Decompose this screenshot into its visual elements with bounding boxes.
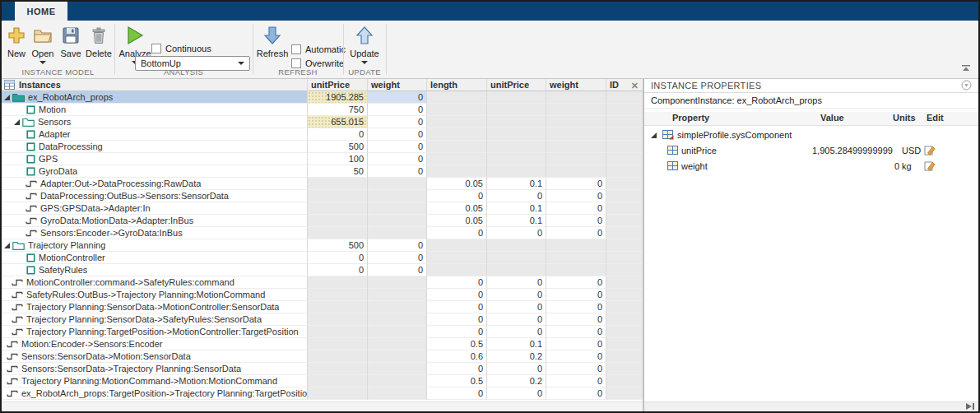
skip-end-icon[interactable] bbox=[965, 402, 975, 412]
update-button[interactable]: Update bbox=[346, 24, 383, 64]
collapse-circle-icon[interactable] bbox=[961, 80, 972, 92]
cell-weight[interactable]: 0 bbox=[368, 165, 427, 178]
cell-weight2[interactable]: 0 bbox=[546, 215, 606, 227]
expand-toggle-icon[interactable] bbox=[14, 116, 20, 128]
tree-row[interactable]: SafetyRules:OutBus->Trajectory Planning:… bbox=[2, 289, 643, 301]
cell-unitprice2[interactable]: 0 bbox=[487, 326, 546, 338]
cell-weight[interactable]: 0 bbox=[368, 252, 427, 264]
cell-unitprice2[interactable]: 0 bbox=[487, 301, 546, 313]
cell-unitprice[interactable]: 0 bbox=[308, 128, 368, 141]
cell-weight2[interactable]: 0 bbox=[546, 350, 606, 363]
tree-row[interactable]: Sensors:Encoder->GyroData:InBus000 bbox=[2, 227, 643, 239]
tree-row[interactable]: SafetyRules00 bbox=[2, 264, 643, 276]
cell-weight[interactable]: 0 bbox=[368, 153, 427, 165]
ribbon-collapse-icon[interactable] bbox=[960, 61, 972, 76]
cell-unitprice[interactable]: 0 bbox=[308, 264, 368, 276]
cell-unitprice[interactable]: 100 bbox=[308, 153, 368, 165]
tree-row[interactable]: Trajectory Planning5000 bbox=[2, 239, 643, 252]
tree-row[interactable]: Trajectory Planning:MotionCommand->Motio… bbox=[2, 375, 643, 387]
expand-toggle-icon[interactable] bbox=[651, 130, 657, 140]
cell-weight2[interactable]: 0 bbox=[546, 202, 606, 215]
tree-row[interactable]: Trajectory Planning:TargetPosition->Moti… bbox=[2, 326, 643, 338]
tree-row[interactable]: Adapter:Out->DataProcessing:RawData0.050… bbox=[2, 178, 643, 190]
close-icon[interactable]: ✕ bbox=[631, 80, 639, 91]
tree-row[interactable]: GPS:GPSData->Adapter:In0.050.10 bbox=[2, 202, 643, 215]
cell-weight2[interactable]: 0 bbox=[546, 375, 606, 387]
cell-unitprice2[interactable]: 0 bbox=[487, 313, 546, 326]
expand-toggle-icon[interactable] bbox=[4, 239, 10, 251]
cell-unitprice2[interactable]: 0 bbox=[487, 289, 546, 301]
tree-row[interactable]: ex_RobotArch_props1905.2850 bbox=[2, 91, 643, 104]
grid-hscrollbar-track[interactable] bbox=[2, 401, 643, 411]
cell-unitprice[interactable]: 50 bbox=[308, 165, 368, 178]
automatic-checkbox[interactable]: Automatic bbox=[291, 44, 346, 54]
delete-button[interactable]: Delete bbox=[85, 24, 113, 58]
property-value[interactable]: 1,905.28499999999 bbox=[812, 146, 899, 155]
edit-icon[interactable] bbox=[924, 145, 936, 157]
profile-row[interactable]: simpleProfile.sysComponent bbox=[644, 127, 978, 142]
property-row[interactable]: unitPrice1,905.28499999999USD bbox=[644, 142, 978, 158]
cell-length[interactable]: 0.05 bbox=[427, 202, 487, 215]
cell-length[interactable]: 0 bbox=[427, 326, 487, 338]
cell-length[interactable]: 0.05 bbox=[427, 178, 487, 190]
tab-home[interactable]: HOME bbox=[15, 2, 67, 21]
cell-length[interactable]: 0 bbox=[427, 301, 487, 313]
cell-weight[interactable]: 0 bbox=[368, 116, 427, 128]
cell-unitprice[interactable]: 0 bbox=[308, 252, 368, 264]
cell-weight2[interactable]: 0 bbox=[546, 190, 606, 202]
cell-unitprice2[interactable]: 0 bbox=[487, 276, 546, 289]
cell-weight[interactable]: 0 bbox=[368, 104, 427, 116]
property-row[interactable]: weight0kg bbox=[644, 158, 978, 174]
tree-row[interactable]: Motion:Encoder->Sensors:Encoder0.50.10 bbox=[2, 338, 643, 350]
cell-unitprice2[interactable]: 0.1 bbox=[487, 215, 546, 227]
new-button[interactable]: New bbox=[5, 24, 28, 58]
column-header-unitprice[interactable]: unitPrice bbox=[308, 79, 368, 90]
cell-weight[interactable]: 0 bbox=[368, 128, 427, 141]
tree-row[interactable]: ex_RobotArch_props:TargetPosition->Traje… bbox=[2, 387, 643, 400]
cell-unitprice2[interactable]: 0.2 bbox=[487, 350, 546, 363]
cell-unitprice2[interactable]: 0 bbox=[487, 190, 546, 202]
tree-row[interactable]: Trajectory Planning:SensorData->SafetyRu… bbox=[2, 313, 643, 326]
tree-row[interactable]: GyroData:MotionData->Adapter:InBus0.050.… bbox=[2, 215, 643, 227]
cell-length[interactable]: 0 bbox=[427, 276, 487, 289]
cell-unitprice2[interactable]: 0 bbox=[487, 387, 546, 400]
column-header-length[interactable]: length bbox=[427, 79, 487, 90]
cell-weight2[interactable]: 0 bbox=[546, 289, 606, 301]
cell-unitprice[interactable]: 655.015 bbox=[308, 116, 368, 128]
tree-row[interactable]: Sensors655.0150 bbox=[2, 116, 643, 128]
cell-weight2[interactable]: 0 bbox=[546, 276, 606, 289]
tree-row[interactable]: Sensors:SensorData->Motion:SensorData0.6… bbox=[2, 350, 643, 363]
cell-length[interactable]: 0.5 bbox=[427, 375, 487, 387]
cell-weight2[interactable]: 0 bbox=[546, 313, 606, 326]
cell-length[interactable]: 0 bbox=[427, 313, 487, 326]
cell-weight[interactable]: 0 bbox=[368, 239, 427, 252]
cell-weight2[interactable]: 0 bbox=[546, 363, 606, 375]
tree-row[interactable]: MotionController00 bbox=[2, 252, 643, 264]
cell-unitprice2[interactable]: 0.1 bbox=[487, 178, 546, 190]
tree-row[interactable]: Motion7500 bbox=[2, 104, 643, 116]
cell-length[interactable]: 0.5 bbox=[427, 338, 487, 350]
cell-weight2[interactable]: 0 bbox=[546, 301, 606, 313]
cell-length[interactable]: 0 bbox=[427, 227, 487, 239]
column-header-weight[interactable]: weight bbox=[368, 79, 427, 90]
cell-weight2[interactable]: 0 bbox=[546, 338, 606, 350]
update-dropdown-arrow-icon[interactable] bbox=[361, 61, 368, 64]
cell-unitprice2[interactable]: 0.1 bbox=[487, 202, 546, 215]
property-value[interactable]: 0 bbox=[812, 161, 899, 171]
tree-row[interactable]: Sensors:SensorData->Trajectory Planning:… bbox=[2, 363, 643, 375]
tree-row[interactable]: MotionController:command->SafetyRules:co… bbox=[2, 276, 643, 289]
cell-weight2[interactable]: 0 bbox=[546, 387, 606, 400]
cell-unitprice2[interactable]: 0.1 bbox=[487, 338, 546, 350]
tree-row[interactable]: GPS1000 bbox=[2, 153, 643, 165]
tree-row[interactable]: DataProcessing5000 bbox=[2, 141, 643, 153]
cell-weight2[interactable]: 0 bbox=[546, 326, 606, 338]
cell-weight[interactable]: 0 bbox=[368, 141, 427, 153]
tree-row[interactable]: Adapter00 bbox=[2, 128, 643, 141]
cell-unitprice[interactable]: 500 bbox=[308, 141, 368, 153]
save-button[interactable]: Save bbox=[58, 24, 83, 58]
open-dropdown-arrow-icon[interactable] bbox=[39, 61, 46, 64]
cell-unitprice[interactable]: 1905.285 bbox=[308, 91, 368, 104]
open-button[interactable]: Open bbox=[30, 24, 56, 64]
cell-unitprice[interactable]: 500 bbox=[308, 239, 368, 252]
cell-unitprice2[interactable]: 0 bbox=[487, 227, 546, 239]
